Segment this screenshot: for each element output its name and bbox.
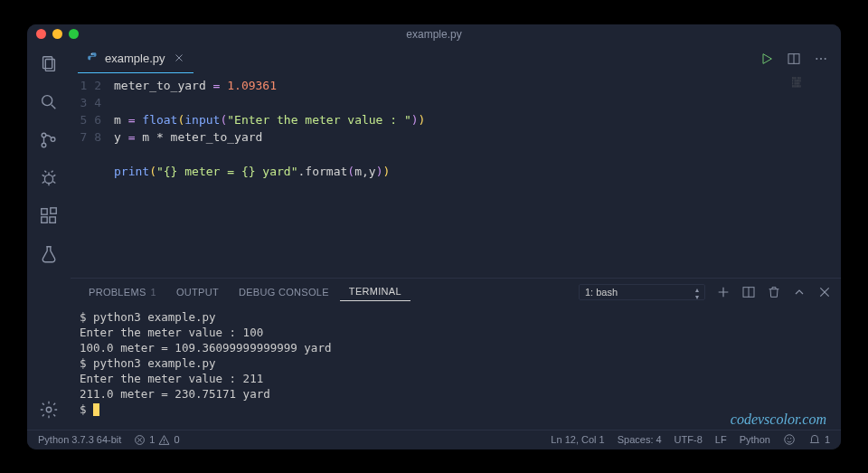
watermark: codevscolor.com bbox=[731, 412, 826, 428]
extensions-icon[interactable] bbox=[38, 205, 60, 227]
feedback-icon[interactable] bbox=[783, 433, 796, 446]
terminal-select-value: 1: bash bbox=[585, 287, 618, 298]
terminal-cursor bbox=[93, 403, 99, 416]
svg-line-3 bbox=[52, 104, 56, 109]
settings-gear-icon[interactable] bbox=[38, 399, 60, 421]
new-terminal-icon[interactable] bbox=[716, 285, 731, 299]
svg-point-35 bbox=[790, 439, 791, 440]
encoding[interactable]: UTF-8 bbox=[675, 434, 703, 445]
svg-rect-9 bbox=[42, 216, 47, 222]
explorer-icon[interactable] bbox=[38, 53, 60, 75]
split-editor-icon[interactable] bbox=[787, 52, 801, 66]
titlebar: example.py bbox=[27, 24, 841, 44]
close-tab-icon[interactable] bbox=[174, 52, 184, 63]
activity-bar bbox=[27, 44, 71, 430]
svg-rect-10 bbox=[50, 216, 55, 222]
problems-tab[interactable]: PROBLEMS1 bbox=[80, 287, 165, 298]
panel-tabs: PROBLEMS1 OUTPUT DEBUG CONSOLE TERMINAL … bbox=[71, 279, 841, 306]
line-gutter: 1 2 3 4 5 6 7 8 bbox=[71, 77, 114, 278]
svg-point-34 bbox=[788, 439, 788, 440]
svg-rect-0 bbox=[43, 56, 52, 68]
maximize-panel-icon[interactable] bbox=[792, 285, 807, 299]
editor-area: example.py bbox=[71, 44, 841, 430]
cursor-position[interactable]: Ln 12, Col 1 bbox=[551, 434, 604, 445]
svg-rect-8 bbox=[42, 208, 47, 213]
kill-terminal-icon[interactable] bbox=[767, 285, 781, 299]
window-title: example.py bbox=[406, 28, 461, 41]
terminal-select[interactable]: 1: bash ▴▾ bbox=[579, 284, 705, 300]
eol[interactable]: LF bbox=[715, 434, 727, 445]
terminal-tab[interactable]: TERMINAL bbox=[340, 286, 410, 301]
svg-point-2 bbox=[42, 95, 52, 105]
tab-bar: example.py bbox=[71, 44, 841, 73]
close-window-button[interactable] bbox=[36, 29, 46, 39]
testing-icon[interactable] bbox=[38, 243, 60, 265]
more-actions-icon[interactable] bbox=[814, 52, 828, 66]
problems-status[interactable]: 1 0 bbox=[134, 434, 179, 446]
vscode-window: example.py bbox=[27, 24, 841, 449]
minimap[interactable]: ████ ███ █ ██████ █ █████ ████████ bbox=[792, 77, 839, 113]
close-panel-icon[interactable] bbox=[817, 285, 832, 299]
code-content[interactable]: meter_to_yard = 1.09361 m = float(input(… bbox=[114, 77, 841, 278]
svg-point-32 bbox=[165, 442, 165, 443]
split-terminal-icon[interactable] bbox=[741, 285, 756, 299]
svg-point-6 bbox=[51, 137, 55, 141]
debug-console-tab[interactable]: DEBUG CONSOLE bbox=[230, 287, 338, 298]
svg-marker-16 bbox=[763, 53, 771, 63]
output-tab[interactable]: OUTPUT bbox=[167, 287, 228, 298]
svg-point-33 bbox=[785, 435, 795, 445]
svg-point-19 bbox=[816, 58, 817, 60]
svg-point-4 bbox=[42, 133, 46, 137]
indentation[interactable]: Spaces: 4 bbox=[618, 434, 662, 445]
search-icon[interactable] bbox=[38, 91, 60, 113]
python-interpreter[interactable]: Python 3.7.3 64-bit bbox=[38, 434, 121, 445]
traffic-lights bbox=[36, 29, 79, 39]
minimize-window-button[interactable] bbox=[52, 29, 62, 39]
status-bar: Python 3.7.3 64-bit 1 0 Ln 12, Col 1 Spa… bbox=[27, 430, 841, 449]
select-arrows-icon: ▴▾ bbox=[695, 287, 699, 301]
debug-icon[interactable] bbox=[38, 167, 60, 189]
svg-point-20 bbox=[820, 58, 822, 60]
svg-point-12 bbox=[46, 407, 52, 412]
svg-point-21 bbox=[825, 58, 826, 60]
panel-actions: 1: bash ▴▾ bbox=[579, 284, 832, 300]
svg-point-5 bbox=[42, 143, 46, 147]
tab-example-py[interactable]: example.py bbox=[78, 44, 193, 73]
python-file-icon bbox=[87, 52, 99, 64]
language-mode[interactable]: Python bbox=[740, 434, 770, 445]
svg-rect-1 bbox=[45, 59, 54, 71]
bottom-panel: PROBLEMS1 OUTPUT DEBUG CONSOLE TERMINAL … bbox=[71, 278, 841, 430]
main-body: example.py bbox=[27, 44, 841, 430]
terminal-output[interactable]: $ python3 example.py Enter the meter val… bbox=[71, 306, 841, 430]
svg-point-13 bbox=[91, 53, 92, 54]
source-control-icon[interactable] bbox=[38, 129, 60, 151]
svg-point-7 bbox=[44, 175, 52, 183]
run-icon[interactable] bbox=[760, 52, 774, 66]
code-editor[interactable]: 1 2 3 4 5 6 7 8 meter_to_yard = 1.09361 … bbox=[71, 73, 841, 278]
svg-rect-11 bbox=[51, 207, 56, 213]
editor-actions bbox=[760, 52, 841, 66]
tab-filename: example.py bbox=[105, 52, 165, 65]
notifications[interactable]: 1 bbox=[808, 433, 830, 446]
maximize-window-button[interactable] bbox=[69, 29, 79, 39]
